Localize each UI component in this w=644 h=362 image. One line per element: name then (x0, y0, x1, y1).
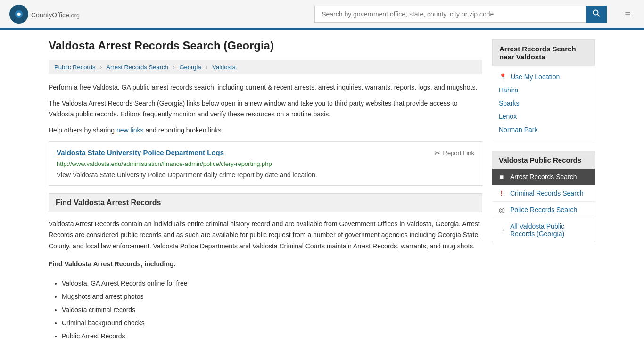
link-card-desc: View Valdosta State University Police De… (57, 171, 474, 179)
breadcrumb-public-records[interactable]: Public Records (54, 64, 95, 71)
svg-line-4 (598, 15, 600, 17)
nearby-link-norman-park[interactable]: Norman Park (499, 123, 588, 136)
public-records-list: ■ Arrest Records Search ! Criminal Recor… (492, 169, 595, 242)
find-section-body: Valdosta Arrest Records contain an indiv… (49, 219, 482, 252)
logo-text: CountyOffice.org (31, 9, 80, 20)
breadcrumb-arrest-records[interactable]: Arrest Records Search (106, 64, 168, 71)
arrow-icon: → (498, 226, 505, 234)
link-card-title[interactable]: Valdosta State University Police Departm… (57, 148, 224, 156)
breadcrumb-valdosta[interactable]: Valdosta (212, 64, 236, 71)
nearby-link-lenox[interactable]: Lenox (499, 110, 588, 123)
link-card: Valdosta State University Police Departm… (49, 141, 482, 186)
list-item: Valdosta criminal records (62, 303, 482, 316)
find-list: Valdosta, GA Arrest Records online for f… (49, 277, 482, 343)
logo-icon (9, 5, 28, 24)
search-bar (314, 6, 607, 23)
page-title: Valdosta Arrest Records Search (Georgia) (49, 39, 482, 52)
list-item: Public Arrest Records (62, 329, 482, 343)
content-area: Valdosta Arrest Records Search (Georgia)… (49, 39, 482, 343)
police-icon: ◎ (498, 206, 505, 214)
desc-para3: Help others by sharing new links and rep… (49, 125, 482, 135)
sidebar: Arrest Records Search near Valdosta 📍 Us… (492, 39, 595, 343)
nearby-link-sparks[interactable]: Sparks (499, 97, 588, 110)
site-logo[interactable]: CountyOffice.org (9, 5, 80, 24)
find-section-header: Find Valdosta Arrest Records (49, 193, 482, 212)
site-header: CountyOffice.org ≡ (0, 0, 644, 30)
arrest-icon: ■ (498, 173, 505, 181)
pub-records-police[interactable]: ◎ Police Records Search (492, 202, 595, 218)
list-item: Criminal background checks (62, 316, 482, 329)
search-input[interactable] (314, 6, 586, 23)
pub-records-criminal[interactable]: ! Criminal Records Search (492, 185, 595, 202)
breadcrumb: Public Records › Arrest Records Search ›… (49, 60, 482, 74)
svg-point-3 (594, 10, 598, 15)
search-button[interactable] (586, 6, 607, 23)
main-container: Valdosta Arrest Records Search (Georgia)… (39, 30, 605, 352)
use-my-location-link[interactable]: 📍 Use My Location (499, 70, 588, 83)
pub-records-all[interactable]: → All Valdosta Public Records (Georgia) (492, 218, 595, 242)
breadcrumb-georgia[interactable]: Georgia (179, 64, 201, 71)
report-link[interactable]: ✂ Report Link (434, 148, 474, 157)
list-item: Mugshots and arrest photos (62, 290, 482, 303)
nearby-link-hahira[interactable]: Hahira (499, 83, 588, 97)
nearby-section: Arrest Records Search near Valdosta 📍 Us… (492, 39, 595, 141)
list-item: Valdosta, GA Arrest Records online for f… (62, 277, 482, 290)
pub-records-arrest[interactable]: ■ Arrest Records Search (492, 169, 595, 185)
location-icon: 📍 (499, 73, 507, 81)
new-links-link[interactable]: new links (116, 126, 144, 134)
nearby-title: Arrest Records Search near Valdosta (492, 40, 595, 66)
menu-button[interactable]: ≡ (621, 6, 635, 22)
desc-para1: Perform a free Valdosta, GA public arres… (49, 82, 482, 92)
svg-point-2 (17, 13, 20, 16)
public-records-section: Valdosta Public Records ■ Arrest Records… (492, 151, 595, 242)
desc-para2: The Valdosta Arrest Records Search (Geor… (49, 98, 482, 119)
criminal-icon: ! (498, 189, 505, 197)
public-records-title: Valdosta Public Records (492, 151, 595, 169)
link-card-url: http://www.valdosta.edu/administration/f… (57, 160, 474, 167)
scissors-icon: ✂ (434, 148, 440, 157)
